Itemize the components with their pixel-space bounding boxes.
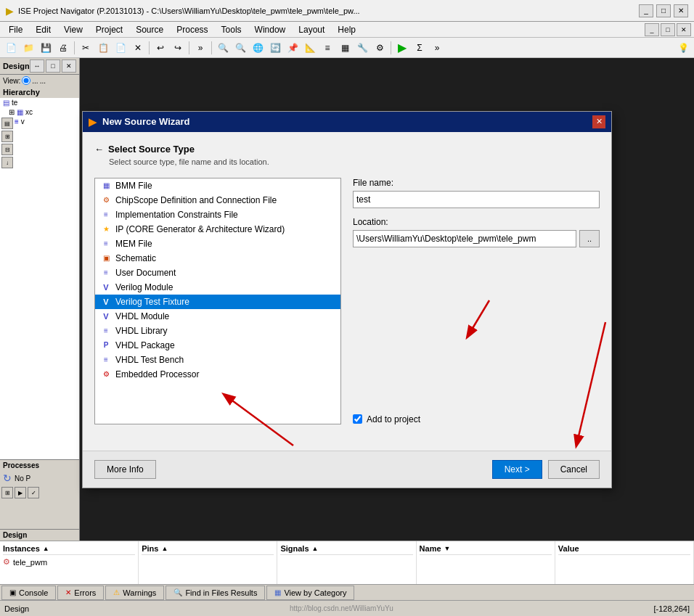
- instances-sort-icon[interactable]: ▲: [43, 545, 49, 552]
- tb-print[interactable]: 🖨: [55, 40, 71, 56]
- tb-gear[interactable]: ⚙: [372, 40, 388, 56]
- ip-label: IP (CORE Generator & Architecture Wizard…: [115, 224, 285, 234]
- source-item-mem[interactable]: ≡ MEM File: [95, 237, 340, 251]
- source-item-verilog-module[interactable]: V Verilog Module: [95, 280, 340, 295]
- source-item-impl[interactable]: ≡ Implementation Constraints File: [95, 208, 340, 222]
- tb-undo[interactable]: ↩: [152, 40, 168, 56]
- app-icon: ▶: [6, 5, 14, 17]
- tb-more[interactable]: »: [192, 40, 208, 56]
- console-icon: ▣: [9, 588, 16, 596]
- tb-bulb[interactable]: 💡: [675, 40, 691, 56]
- app-window: ▶ ISE Project Navigator (P.20131013) - C…: [0, 0, 694, 616]
- tb-grid[interactable]: ▦: [337, 40, 353, 56]
- verilog-test-label: Verilog Test Fixture: [115, 297, 189, 307]
- vhdl-testbench-icon: ≡: [101, 355, 111, 365]
- tb-paste[interactable]: 📄: [113, 40, 128, 56]
- tb-search2[interactable]: 🔍: [232, 40, 248, 56]
- userdoc-icon: ≡: [101, 268, 111, 278]
- impl-icon: ≡: [101, 210, 111, 220]
- tb-globe[interactable]: 🌐: [250, 40, 266, 56]
- next-button[interactable]: Next >: [492, 460, 542, 479]
- menu-project[interactable]: Project: [90, 23, 128, 36]
- instance-name: tele_pwm: [13, 558, 47, 567]
- menu-view[interactable]: View: [58, 23, 89, 36]
- verilog-module-label: Verilog Module: [115, 282, 173, 292]
- source-item-vhdl-package[interactable]: P VHDL Package: [95, 338, 340, 353]
- tb-pin[interactable]: 📌: [285, 40, 301, 56]
- tab-view-category[interactable]: ▦ View by Category: [266, 586, 354, 600]
- menu-window[interactable]: Window: [249, 23, 292, 36]
- tb-sep-1: [74, 41, 75, 54]
- dialog-close-button[interactable]: ✕: [592, 115, 605, 128]
- dialog-step-title: ← Select Source Type: [94, 144, 600, 155]
- menu-tools[interactable]: Tools: [216, 23, 248, 36]
- userdoc-label: User Document: [115, 268, 176, 278]
- dialog-step-desc: Select source type, file name and its lo…: [109, 157, 600, 166]
- tb-new[interactable]: 📄: [3, 40, 19, 56]
- location-input[interactable]: [353, 230, 576, 247]
- mem-label: MEM File: [115, 239, 152, 249]
- source-item-bmm[interactable]: ▦ BMM File: [95, 178, 340, 193]
- more-info-button[interactable]: More Info: [94, 460, 156, 479]
- tb-sum[interactable]: Σ: [412, 40, 428, 56]
- browse-button[interactable]: ..: [579, 230, 600, 247]
- right-form: File name: Location: ..: [353, 178, 600, 424]
- maximize-button[interactable]: □: [656, 4, 671, 17]
- tb-save[interactable]: 💾: [38, 40, 54, 56]
- tb-copy[interactable]: 📋: [95, 40, 111, 56]
- tb-list[interactable]: ≡: [319, 40, 335, 56]
- menu-process[interactable]: Process: [171, 23, 213, 36]
- menu-layout[interactable]: Layout: [293, 23, 330, 36]
- filename-input[interactable]: [353, 191, 600, 208]
- name-sort-icon[interactable]: ▼: [444, 545, 451, 552]
- source-item-embedded[interactable]: ⚙ Embedded Processor: [95, 367, 340, 382]
- source-item-vhdl-testbench[interactable]: ≡ VHDL Test Bench: [95, 353, 340, 367]
- tab-console[interactable]: ▣ Console: [1, 586, 56, 600]
- tb-sep-3: [189, 41, 189, 54]
- source-item-ip[interactable]: ★ IP (CORE Generator & Architecture Wiza…: [95, 222, 340, 237]
- menu-file[interactable]: File: [3, 23, 28, 36]
- tb-refresh[interactable]: 🔄: [267, 40, 283, 56]
- errors-label: Errors: [74, 588, 96, 597]
- menu-close-inner[interactable]: ✕: [677, 23, 691, 36]
- menu-edit[interactable]: Edit: [30, 23, 57, 36]
- source-item-vhdl-library[interactable]: ≡ VHDL Library: [95, 324, 340, 338]
- tb-search1[interactable]: 🔍: [215, 40, 231, 56]
- source-item-schematic[interactable]: ▣ Schematic: [95, 251, 340, 266]
- tb-sep-2: [149, 41, 150, 54]
- source-item-userdoc[interactable]: ≡ User Document: [95, 266, 340, 280]
- tab-find-results[interactable]: 🔍 Find in Files Results: [166, 586, 265, 600]
- menu-help[interactable]: Help: [332, 23, 362, 36]
- footer-right: Next > Cancel: [492, 460, 600, 479]
- signals-sort-icon[interactable]: ▲: [312, 545, 319, 552]
- close-button[interactable]: ✕: [674, 4, 688, 17]
- dialog-overlay: ▶ New Source Wizard ✕ ← Select Source Ty…: [0, 58, 694, 541]
- find-results-icon: 🔍: [174, 588, 182, 596]
- source-item-chipscope[interactable]: ⚙ ChipScope Definition and Connection Fi…: [95, 193, 340, 208]
- footer-left: More Info: [94, 460, 156, 479]
- source-item-vhdl-module[interactable]: V VHDL Module: [95, 309, 340, 324]
- vhdl-package-icon: P: [101, 340, 111, 350]
- pins-sort-icon[interactable]: ▲: [161, 545, 168, 552]
- add-to-project-checkbox[interactable]: [353, 414, 362, 424]
- tb-cut[interactable]: ✂: [78, 40, 94, 56]
- minimize-button[interactable]: _: [639, 4, 653, 17]
- menu-minimize[interactable]: _: [645, 23, 659, 36]
- tb-open[interactable]: 📁: [20, 40, 36, 56]
- cancel-button[interactable]: Cancel: [548, 460, 600, 479]
- menu-source[interactable]: Source: [130, 23, 169, 36]
- tb-ruler[interactable]: 📐: [302, 40, 318, 56]
- location-row: ..: [353, 230, 600, 247]
- menu-restore[interactable]: □: [661, 23, 675, 36]
- tab-errors[interactable]: ✕ Errors: [57, 586, 104, 600]
- tb-more2[interactable]: »: [429, 40, 445, 56]
- status-bar: Design http://blog.csdn.net/WilliamYuYu …: [0, 600, 694, 616]
- source-item-verilog-test[interactable]: V Verilog Test Fixture: [95, 295, 340, 309]
- tb-delete[interactable]: ✕: [130, 40, 146, 56]
- verilog-module-icon: V: [101, 282, 111, 292]
- tb-redo[interactable]: ↪: [170, 40, 186, 56]
- warnings-icon: ⚠: [113, 588, 120, 596]
- tb-wrench[interactable]: 🔧: [354, 40, 370, 56]
- tb-run[interactable]: ▶: [394, 40, 410, 56]
- tab-warnings[interactable]: ⚠ Warnings: [105, 586, 164, 600]
